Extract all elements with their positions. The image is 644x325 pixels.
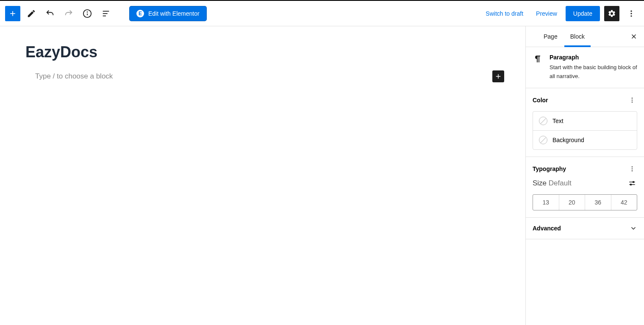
- size-value: Default: [549, 179, 572, 187]
- close-sidebar-button[interactable]: [626, 29, 641, 44]
- toolbar-left: E Edit with Elementor: [5, 6, 206, 21]
- advanced-heading: Advanced: [533, 225, 561, 232]
- chevron-down-icon: [630, 224, 637, 232]
- inline-add-button[interactable]: [492, 70, 504, 82]
- preview-button[interactable]: Preview: [532, 8, 561, 20]
- size-option[interactable]: 20: [559, 195, 585, 210]
- pencil-icon: [27, 9, 36, 18]
- size-options: 13 20 36 42: [533, 194, 637, 210]
- add-block-button[interactable]: [5, 6, 20, 21]
- options-button[interactable]: [624, 6, 639, 21]
- outline-button[interactable]: [98, 6, 114, 21]
- update-button[interactable]: Update: [566, 6, 600, 21]
- svg-point-24: [630, 184, 632, 185]
- advanced-section[interactable]: Advanced: [526, 218, 644, 239]
- svg-point-4: [87, 11, 88, 12]
- main-area: EazyDocs Page Block Paragraph Start wit: [0, 26, 644, 325]
- svg-point-22: [633, 181, 634, 182]
- redo-button[interactable]: [61, 6, 76, 21]
- page-title[interactable]: EazyDocs: [25, 43, 511, 61]
- text-color-label: Text: [552, 118, 564, 124]
- settings-button[interactable]: [604, 6, 619, 21]
- typography-section: Typography Size Default 13 20 36 42: [526, 157, 644, 218]
- text-color-option[interactable]: Text: [533, 112, 637, 130]
- undo-icon: [45, 9, 55, 18]
- block-type-section: Paragraph Start with the basic building …: [526, 47, 644, 88]
- elementor-label: Edit with Elementor: [148, 10, 200, 17]
- details-button[interactable]: [80, 6, 95, 21]
- undo-button[interactable]: [42, 6, 58, 21]
- tab-page[interactable]: Page: [538, 26, 564, 47]
- elementor-icon: E: [136, 10, 144, 17]
- svg-point-17: [632, 101, 633, 103]
- svg-point-16: [632, 99, 633, 101]
- editor-canvas: EazyDocs: [0, 26, 525, 325]
- size-label-wrap: Size Default: [533, 179, 572, 188]
- sliders-icon: [628, 179, 636, 187]
- swatch-icon: [539, 136, 547, 144]
- paragraph-block-row: [15, 69, 511, 84]
- plus-icon: [8, 9, 17, 18]
- tab-block[interactable]: Block: [564, 26, 591, 47]
- svg-point-19: [632, 168, 633, 169]
- svg-point-8: [630, 10, 632, 11]
- info-icon: [83, 9, 92, 18]
- svg-point-20: [632, 170, 633, 171]
- background-color-option[interactable]: Background: [533, 130, 637, 149]
- svg-point-18: [632, 166, 633, 168]
- top-toolbar: E Edit with Elementor Switch to draft Pr…: [0, 1, 644, 26]
- more-vertical-icon: [629, 165, 636, 172]
- settings-sidebar: Page Block Paragraph Start with the basi…: [525, 26, 644, 325]
- background-color-label: Background: [552, 137, 584, 143]
- block-type-description: Start with the basic building block of a…: [550, 63, 637, 81]
- tools-button[interactable]: [24, 6, 39, 21]
- svg-point-15: [632, 98, 633, 99]
- typography-options-button[interactable]: [627, 164, 637, 174]
- edit-elementor-button[interactable]: E Edit with Elementor: [130, 6, 206, 21]
- paragraph-input[interactable]: [35, 69, 492, 84]
- swatch-icon: [539, 117, 547, 125]
- more-vertical-icon: [627, 9, 636, 18]
- svg-point-9: [630, 13, 632, 14]
- redo-icon: [64, 9, 73, 18]
- color-options-button[interactable]: [627, 95, 637, 105]
- size-option[interactable]: 36: [585, 195, 611, 210]
- gear-icon: [608, 9, 616, 18]
- color-section: Color Text Background: [526, 88, 644, 157]
- size-option[interactable]: 42: [611, 195, 637, 210]
- list-icon: [101, 9, 111, 18]
- svg-point-10: [630, 15, 632, 17]
- close-icon: [630, 33, 638, 40]
- more-vertical-icon: [629, 97, 636, 104]
- paragraph-icon: [533, 54, 543, 64]
- switch-draft-button[interactable]: Switch to draft: [481, 8, 527, 20]
- block-type-name: Paragraph: [550, 54, 637, 61]
- typography-heading: Typography: [533, 165, 566, 172]
- plus-icon: [494, 73, 502, 80]
- color-heading: Color: [533, 97, 548, 104]
- size-option[interactable]: 13: [533, 195, 559, 210]
- sidebar-tabs: Page Block: [526, 26, 644, 47]
- toolbar-right: Switch to draft Preview Update: [481, 6, 639, 21]
- size-custom-button[interactable]: [627, 178, 637, 188]
- size-label: Size: [533, 179, 547, 187]
